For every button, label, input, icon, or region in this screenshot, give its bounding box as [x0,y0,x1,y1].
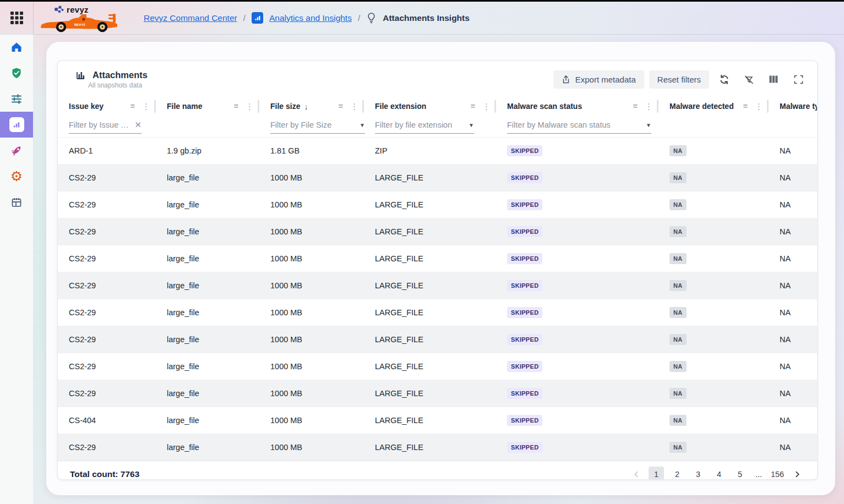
revyz-logo[interactable]: revyz REVYZ [40,3,127,34]
export-metadata-button[interactable]: Export metadata [553,70,644,89]
toolbar: Export metadata Reset filters [553,70,808,89]
svg-text:REVYZ: REVYZ [74,23,85,26]
cell-issue_key: CS2-29 [58,245,156,272]
status-badge: SKIPPED [507,280,542,291]
page-button-1[interactable]: 1 [649,467,664,480]
column-menu-icon[interactable]: ⋮ [755,102,763,111]
sidebar-item-controls[interactable] [0,86,33,112]
filter-input-malware_scan_status[interactable]: Filter by Malware scan status▼ [507,117,651,134]
table-row[interactable]: CS2-29large_file1000 MBLARGE_FILESKIPPED… [58,353,817,380]
cell-file_name: large_file [156,380,259,407]
column-label: Issue key [69,102,104,111]
column-menu-icon[interactable]: ⋮ [350,102,358,111]
refresh-button[interactable] [714,70,734,89]
column-label: Malware scan status [507,102,582,111]
table-row[interactable]: CS2-29large_file1000 MBLARGE_FILESKIPPED… [58,380,817,407]
table-row[interactable]: CS2-29large_file1000 MBLARGE_FILESKIPPED… [58,326,817,353]
na-badge: NA [669,388,687,399]
column-menu-icon[interactable]: ⋮ [482,102,491,111]
table-row[interactable]: CS2-29large_file1000 MBLARGE_FILESKIPPED… [58,245,817,272]
cell-file_name: large_file [156,272,259,299]
dropdown-caret-icon[interactable]: ▼ [469,122,474,128]
column-header-file_size[interactable]: File size↓=⋮ [259,97,364,115]
sidebar-item-reports[interactable] [0,189,33,215]
status-badge: SKIPPED [507,415,542,426]
table-row[interactable]: CS2-29large_file1000 MBLARGE_FILESKIPPED… [58,434,817,461]
cell-malware_type: NA [769,353,817,380]
column-header-malware_scan_status[interactable]: Malware scan status=⋮ [496,97,658,115]
table-row[interactable]: CS2-29large_file1000 MBLARGE_FILESKIPPED… [58,164,817,191]
column-drag-handle-icon[interactable]: = [633,102,638,111]
na-badge: NA [669,307,687,318]
reset-filters-button[interactable]: Reset filters [649,70,709,89]
sidebar-item-settings[interactable]: ⚙ [0,163,33,189]
cell-malware_detected: NA [658,353,769,380]
breadcrumb-section-link[interactable]: Analytics and Insights [269,13,352,23]
page-button-156[interactable]: 156 [770,467,785,480]
table-row[interactable]: CS2-29large_file1000 MBLARGE_FILESKIPPED… [58,299,817,326]
column-header-malware_detected[interactable]: Malware detected=⋮ [658,97,769,115]
table-row[interactable]: CS-404large_file1000 MBLARGE_FILESKIPPED… [58,407,817,434]
cell-issue_key: CS2-29 [58,434,156,461]
cell-malware_type: NA [769,299,817,326]
cell-malware_type: NA [769,434,817,461]
column-header-file_extension[interactable]: File extension=⋮ [364,97,496,115]
sidebar: ⚙ [0,34,33,504]
cell-malware_detected: NA [658,299,769,326]
cell-file_size: 1000 MB [259,218,364,245]
home-icon [10,41,23,53]
column-drag-handle-icon[interactable]: = [743,102,748,111]
filter-input-issue_key[interactable]: Filter by Issue key✕ [69,117,141,134]
na-badge: NA [669,280,687,291]
column-menu-icon[interactable]: ⋮ [246,102,254,111]
sidebar-item-security[interactable] [0,60,33,86]
filter-placeholder: Filter by Malware scan status [507,120,641,129]
column-header-issue_key[interactable]: Issue key=⋮ [58,97,156,115]
sidebar-item-home[interactable] [0,34,33,60]
disable-filters-button[interactable] [739,70,759,89]
filter-input-file_extension[interactable]: Filter by file extension▼ [375,117,474,134]
na-badge: NA [669,442,687,453]
cell-malware_scan_status: SKIPPED [496,434,658,461]
page-button-5[interactable]: 5 [732,467,748,480]
column-menu-icon[interactable]: ⋮ [142,102,150,111]
attachments-chart-icon [75,70,86,80]
sidebar-item-launch[interactable] [0,138,33,163]
column-header-malware_type[interactable]: Malware type=⋮ [769,97,817,115]
column-drag-handle-icon[interactable]: = [471,102,475,111]
column-menu-icon[interactable]: ⋮ [645,102,653,111]
topbar-left [0,2,34,34]
table-row[interactable]: CS2-29large_file1000 MBLARGE_FILESKIPPED… [58,272,817,299]
next-page-button[interactable] [791,467,804,480]
column-drag-handle-icon[interactable]: = [130,102,135,111]
page-button-4[interactable]: 4 [711,467,727,480]
cell-file_size: 1000 MB [259,326,364,353]
filter-input-file_size[interactable]: Filter by File Size▼ [270,117,365,134]
page-button-3[interactable]: 3 [690,467,706,480]
page-button-2[interactable]: 2 [669,467,685,480]
breadcrumb-root-link[interactable]: Revyz Command Center [144,13,237,23]
table-row[interactable]: CS2-29large_file1000 MBLARGE_FILESKIPPED… [58,218,817,245]
cell-issue_key: CS-404 [58,407,156,434]
manage-columns-button[interactable] [764,70,783,89]
column-drag-handle-icon[interactable]: = [234,102,238,111]
table-row[interactable]: ARD-11.9 gb.zip1.81 GBZIPSKIPPEDNANA [58,137,817,164]
cell-malware_scan_status: SKIPPED [496,326,658,353]
previous-page-button[interactable] [630,467,643,480]
column-label: Malware detected [669,102,734,111]
cell-malware_scan_status: SKIPPED [496,353,658,380]
clear-filter-icon[interactable]: ✕ [134,120,141,130]
column-drag-handle-icon[interactable]: = [339,102,343,111]
sliders-icon [10,93,23,105]
dropdown-caret-icon[interactable]: ▼ [646,122,651,128]
app-switcher-button[interactable] [8,9,26,27]
sidebar-item-analytics[interactable] [0,112,33,138]
column-header-file_name[interactable]: File name=⋮ [156,97,259,115]
sort-desc-icon[interactable]: ↓ [304,102,308,111]
table-row[interactable]: CS2-29large_file1000 MBLARGE_FILESKIPPED… [58,191,817,218]
na-badge: NA [669,172,687,183]
cell-file_extension: LARGE_FILE [364,191,496,218]
na-badge: NA [669,361,687,372]
fullscreen-button[interactable] [788,70,808,89]
cell-issue_key: ARD-1 [58,138,156,164]
